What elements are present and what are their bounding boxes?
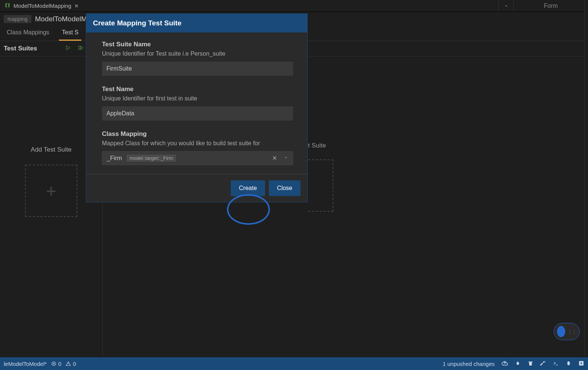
map-icon (4, 2, 10, 9)
close-icon[interactable]: ✕ (74, 3, 79, 9)
tab-test-suites[interactable]: Test S (59, 26, 81, 41)
add-test-suite-button[interactable]: + (25, 165, 77, 217)
editor-tab-active[interactable]: ModelToModelMapping ✕ (0, 0, 83, 12)
hint-test-name: Unique Identifier for first test in suit… (102, 95, 293, 102)
run-all-icon[interactable] (78, 45, 84, 52)
terminal-icon[interactable] (553, 360, 559, 367)
warning-icon (66, 361, 71, 366)
status-bar: leModelToModel* 0 0 1 unpushed changes (0, 357, 588, 370)
select-chip: model::target::_Firm (127, 155, 176, 162)
cloud-upload-icon[interactable] (501, 360, 508, 368)
modal-body: Test Suite Name Unique Identifier for Te… (86, 32, 307, 174)
field-class-mapping: Class Mapping Mapped Class for which you… (102, 130, 293, 165)
assistant-widget[interactable]: ⋮⋮ (554, 323, 580, 340)
label-test-name: Test Name (102, 85, 293, 93)
hint-class-mapping: Mapped Class for which you would like to… (102, 140, 293, 147)
select-value: _Firm (107, 155, 122, 162)
status-unpushed[interactable]: 1 unpushed changes (443, 361, 495, 367)
hammer-icon[interactable] (540, 360, 546, 367)
error-icon (51, 361, 56, 366)
hint-test-suite-name: Unique Identifier for Test suite i.e Per… (102, 50, 293, 57)
right-gutter (584, 0, 588, 357)
status-project-name[interactable]: leModelToModel* (4, 361, 47, 367)
input-test-name[interactable] (102, 106, 293, 121)
drag-handle-icon: ⋮⋮ (567, 329, 576, 335)
chevron-down-icon (504, 3, 509, 9)
input-test-suite-name[interactable] (102, 62, 293, 76)
bug-icon[interactable] (566, 360, 572, 367)
tab-class-mappings[interactable]: Class Mappings (4, 26, 52, 41)
add-test-suite-label: Add Test Suite (31, 146, 71, 153)
field-test-suite-name: Test Suite Name Unique Identifier for Te… (102, 41, 293, 76)
bg-add-suite-label: t Suite (308, 142, 326, 149)
plus-square-icon[interactable] (578, 360, 584, 367)
plus-icon: + (46, 181, 56, 201)
run-icon[interactable] (65, 45, 71, 52)
breadcrumb-badge: mapping (4, 15, 31, 23)
breadcrumb-title: ModelToModelM (35, 15, 87, 23)
assistant-avatar-icon (557, 326, 565, 337)
status-warnings[interactable]: 0 (66, 361, 76, 367)
top-right-controls: Form (498, 0, 588, 12)
chevron-down-icon[interactable] (284, 155, 288, 162)
select-class-mapping[interactable]: _Firm model::target::_Firm ✕ (102, 151, 293, 165)
test-suites-title: Test Suites (4, 45, 37, 52)
label-test-suite-name: Test Suite Name (102, 41, 293, 48)
view-mode-form[interactable]: Form (513, 0, 588, 12)
bg-add-suite-box-partial (308, 159, 333, 212)
close-button[interactable]: Close (269, 180, 301, 196)
status-errors[interactable]: 0 (51, 361, 61, 367)
editor-tab-bar: ModelToModelMapping ✕ Form (0, 0, 588, 12)
create-test-suite-modal: Create Mapping Test Suite Test Suite Nam… (86, 13, 308, 202)
clear-icon[interactable]: ✕ (272, 155, 277, 162)
modal-title: Create Mapping Test Suite (86, 14, 307, 32)
field-test-name: Test Name Unique Identifier for first te… (102, 85, 293, 121)
create-button[interactable]: Create (231, 180, 265, 196)
flame-icon[interactable] (515, 360, 521, 367)
tab-dropdown-toggle[interactable] (498, 0, 513, 12)
editor-tab-title: ModelToModelMapping (13, 3, 71, 9)
modal-footer: Create Close (86, 174, 307, 202)
label-class-mapping: Class Mapping (102, 130, 293, 138)
trash-icon[interactable] (528, 360, 533, 367)
